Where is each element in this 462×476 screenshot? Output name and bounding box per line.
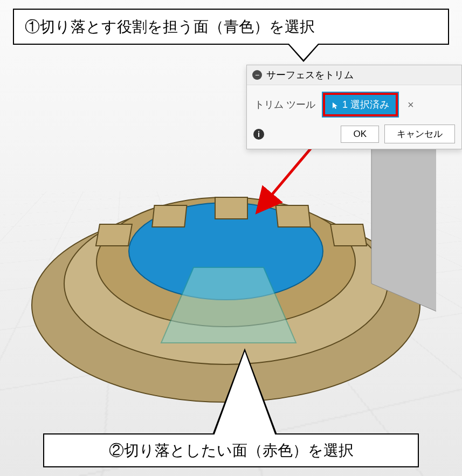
selection-pill[interactable]: 1 選択済み bbox=[323, 93, 398, 116]
ok-button[interactable]: OK bbox=[341, 126, 379, 143]
annotation-text-1: ①切り落とす役割を担う面（青色）を選択 bbox=[25, 18, 315, 35]
annotation-callout-1: ①切り落とす役割を担う面（青色）を選択 bbox=[13, 9, 449, 45]
dialog-title: サーフェスをトリム bbox=[266, 68, 354, 81]
collapse-icon[interactable]: − bbox=[252, 70, 262, 80]
cursor-icon bbox=[332, 101, 339, 108]
cad-viewport[interactable]: − サーフェスをトリム トリム ツール 1 選択済み × i OK キャンセル … bbox=[0, 0, 462, 476]
svg-rect-8 bbox=[330, 224, 367, 246]
trim-dialog: − サーフェスをトリム トリム ツール 1 選択済み × i OK キャンセル bbox=[246, 65, 462, 149]
dialog-header[interactable]: − サーフェスをトリム bbox=[247, 65, 461, 85]
clear-selection-button[interactable]: × bbox=[405, 99, 416, 111]
selection-text: 1 選択済み bbox=[342, 98, 389, 111]
annotation-text-2: ②切り落としたい面（赤色）を選択 bbox=[109, 442, 354, 459]
cancel-button[interactable]: キャンセル bbox=[384, 125, 455, 143]
info-icon[interactable]: i bbox=[253, 129, 264, 140]
annotation-callout-2: ②切り落としたい面（赤色）を選択 bbox=[43, 433, 419, 467]
trim-tool-label: トリム ツール bbox=[254, 98, 315, 111]
